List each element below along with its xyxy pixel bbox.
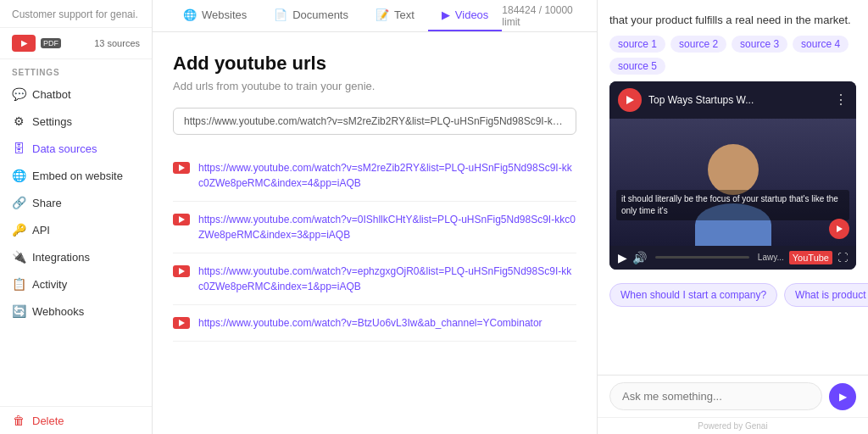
video-controls: ▶ 🔊 Lawy... YouTube ⛶: [609, 246, 856, 270]
tab-websites[interactable]: 🌐 Websites: [170, 0, 260, 31]
expand-button[interactable]: ⛶: [837, 252, 848, 264]
app-subtitle: Customer support for genai.: [0, 0, 152, 28]
integrations-icon: 🔌: [12, 250, 25, 264]
suggested-q-1[interactable]: When should I start a company?: [609, 283, 777, 307]
share-icon: 🔗: [12, 196, 25, 209]
youtube-icon-2: [173, 214, 190, 225]
activity-icon: 📋: [12, 277, 25, 291]
chatbot-icon: 💬: [12, 87, 25, 101]
youtube-icon-3: [173, 265, 190, 277]
url-input-bar[interactable]: https://www.youtube.com/watch?v=sM2reZib…: [173, 108, 576, 135]
url-list: https://www.youtube.com/watch?v=sM2reZib…: [173, 150, 576, 342]
list-item: https://www.youtube.com/watch?v=BtzUo6vL…: [173, 305, 576, 342]
sidebar-item-label: Webhooks: [32, 305, 84, 318]
channel-label: Lawy...: [758, 253, 784, 262]
embed-icon: 🌐: [12, 169, 25, 182]
powered-by: Powered by Genai: [598, 417, 868, 434]
sidebar-item-settings[interactable]: ⚙ Settings: [0, 108, 152, 135]
url-input-value: https://www.youtube.com/watch?v=sM2reZib…: [184, 115, 565, 127]
video-yt-logo: [618, 88, 642, 112]
sidebar-item-activity[interactable]: 📋 Activity: [0, 270, 152, 298]
sidebar-item-label: Share: [32, 197, 62, 209]
sidebar-item-label: Data sources: [32, 142, 97, 155]
sidebar-item-label: Integrations: [32, 251, 90, 264]
video-header: Top Ways Startups W... ⋮: [609, 81, 856, 119]
video-menu-icon[interactable]: ⋮: [834, 92, 848, 108]
text-tab-icon: 📝: [376, 8, 389, 21]
sidebar-item-embed[interactable]: 🌐 Embed on website: [0, 162, 152, 189]
sidebar: Customer support for genai. ▶ PDF 13 sou…: [0, 0, 153, 434]
list-item: https://www.youtube.com/watch?v=0IShllkC…: [173, 202, 576, 253]
source-link-2[interactable]: source 2: [670, 36, 726, 53]
brand-pdf-icon: PDF: [41, 38, 61, 48]
source-link-1[interactable]: source 1: [609, 36, 665, 53]
video-thumbnail: it should literally be the focus of your…: [609, 119, 856, 246]
limit-badge: 184424 / 10000 limit: [502, 1, 580, 31]
documents-tab-icon: 📄: [274, 8, 287, 21]
video-corner-yt-icon: [829, 219, 849, 239]
sidebar-item-webhooks[interactable]: 🔄 Webhooks: [0, 298, 152, 325]
sources-count: 13 sources: [94, 38, 140, 48]
sidebar-item-api[interactable]: 🔑 API: [0, 216, 152, 243]
chat-response-text: that your product fulfills a real need i…: [598, 0, 868, 36]
source-link-5[interactable]: source 5: [609, 58, 665, 75]
sidebar-item-label: API: [32, 224, 50, 236]
url-link-4[interactable]: https://www.youtube.com/watch?v=BtzUo6vL…: [198, 315, 542, 331]
source-links: source 1 source 2 source 3 source 4 sour…: [598, 36, 868, 81]
sidebar-item-share[interactable]: 🔗 Share: [0, 189, 152, 216]
sidebar-item-data-sources[interactable]: 🗄 Data sources: [0, 135, 152, 162]
video-container: Top Ways Startups W... ⋮ it should liter…: [609, 81, 856, 270]
list-item: https://www.youtube.com/watch?v=ephzgxgO…: [173, 253, 576, 305]
api-icon: 🔑: [12, 223, 25, 236]
play-button[interactable]: ▶: [618, 251, 627, 264]
websites-tab-icon: 🌐: [183, 8, 197, 21]
videos-tab-icon: ▶: [442, 8, 450, 21]
sidebar-item-label: Settings: [32, 115, 72, 128]
brand-yt-icon: ▶: [12, 35, 36, 52]
delete-label: Delete: [32, 415, 64, 427]
sidebar-item-delete[interactable]: 🗑 Delete: [0, 406, 152, 434]
youtube-icon-1: [173, 162, 190, 174]
webhooks-icon: 🔄: [12, 304, 25, 318]
sidebar-item-integrations[interactable]: 🔌 Integrations: [0, 243, 152, 270]
settings-section-label: SETTINGS: [0, 59, 152, 81]
settings-icon: ⚙: [12, 114, 25, 128]
suggested-q-2[interactable]: What is product market f...: [784, 283, 868, 307]
video-overlay-text: it should literally be the focus of your…: [616, 190, 849, 220]
youtube-label: YouTube: [789, 251, 832, 264]
tabs-bar: 🌐 Websites 📄 Documents 📝 Text ▶ Videos 1…: [153, 0, 597, 32]
delete-icon: 🗑: [12, 414, 25, 427]
volume-button[interactable]: 🔊: [632, 251, 647, 264]
main-content: 🌐 Websites 📄 Documents 📝 Text ▶ Videos 1…: [153, 0, 597, 434]
progress-bar[interactable]: [655, 256, 749, 259]
page-subtitle: Add urls from youtube to train your geni…: [173, 80, 576, 92]
source-link-4[interactable]: source 4: [793, 36, 849, 53]
content-area: Add youtube urls Add urls from youtube t…: [153, 32, 597, 434]
sidebar-item-label: Embed on website: [32, 170, 123, 182]
data-sources-icon: 🗄: [12, 142, 25, 155]
youtube-icon-4: [173, 317, 190, 329]
send-button[interactable]: [829, 383, 856, 410]
video-person-bg: [609, 119, 856, 246]
suggested-questions: When should I start a company? What is p…: [598, 276, 868, 314]
list-item: https://www.youtube.com/watch?v=sM2reZib…: [173, 150, 576, 202]
tab-videos[interactable]: ▶ Videos: [428, 0, 503, 31]
url-link-1[interactable]: https://www.youtube.com/watch?v=sM2reZib…: [198, 160, 576, 191]
url-link-3[interactable]: https://www.youtube.com/watch?v=ephzgxgO…: [198, 264, 576, 294]
chat-input-bar: [598, 375, 868, 417]
person-face: [708, 144, 759, 195]
url-link-2[interactable]: https://www.youtube.com/watch?v=0IShllkC…: [198, 212, 576, 242]
page-title: Add youtube urls: [173, 53, 576, 75]
tab-text[interactable]: 📝 Text: [362, 0, 428, 31]
video-title: Top Ways Startups W...: [648, 94, 827, 106]
brand-bar: ▶ PDF 13 sources: [0, 28, 152, 59]
tab-documents[interactable]: 📄 Documents: [260, 0, 362, 31]
sidebar-item-chatbot[interactable]: 💬 Chatbot: [0, 81, 152, 108]
chat-panel: that your product fulfills a real need i…: [597, 0, 868, 434]
source-link-3[interactable]: source 3: [732, 36, 787, 53]
chat-input[interactable]: [609, 382, 822, 410]
sidebar-item-label: Chatbot: [32, 88, 71, 101]
sidebar-item-label: Activity: [32, 278, 67, 291]
